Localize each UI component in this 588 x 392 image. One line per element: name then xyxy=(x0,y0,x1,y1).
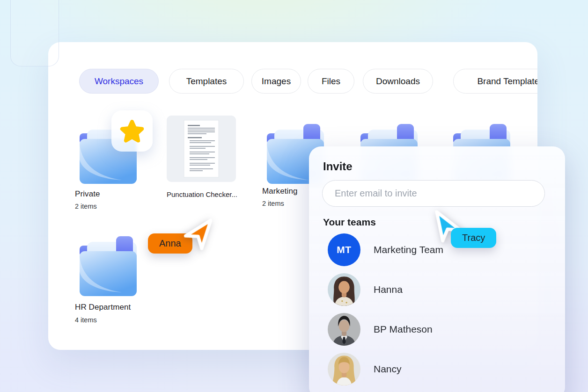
bp-matheson-avatar xyxy=(328,313,360,346)
invite-panel: Invite Your teams MT Marketing Team Hann… xyxy=(309,146,565,392)
avatar-initials: MT xyxy=(337,244,351,255)
tab-bar: Workspaces Templates Images Files Downlo… xyxy=(48,69,537,94)
tab-images[interactable]: Images xyxy=(251,69,301,94)
anna-cursor xyxy=(183,210,219,258)
background-card-outline xyxy=(10,0,59,66)
man-suit-portrait xyxy=(328,313,360,346)
star-icon xyxy=(118,116,147,145)
folder-name: Marketing xyxy=(262,187,298,196)
woman-brunette-portrait xyxy=(328,273,360,306)
tab-files[interactable]: Files xyxy=(308,69,354,94)
document-thumbnail-icon xyxy=(167,116,236,182)
hanna-avatar xyxy=(328,273,360,306)
team-name: Nancy xyxy=(374,353,402,385)
tab-templates[interactable]: Templates xyxy=(169,69,244,94)
team-name: Hanna xyxy=(374,273,403,306)
folder-item-count: 4 items xyxy=(75,316,97,324)
woman-blonde-portrait xyxy=(328,353,360,385)
tab-downloads[interactable]: Downloads xyxy=(363,69,433,94)
team-row-hanna[interactable]: Hanna xyxy=(309,273,565,307)
team-row-nancy[interactable]: Nancy xyxy=(309,353,565,386)
folder-item-count: 2 items xyxy=(262,200,284,207)
your-teams-heading: Your teams xyxy=(323,217,376,228)
invite-panel-title: Invite xyxy=(323,160,353,173)
folder-item-count: 2 items xyxy=(75,203,97,210)
tracy-cursor-label: Tracy xyxy=(451,228,496,248)
folder-name: HR Department xyxy=(75,303,131,312)
favorite-badge xyxy=(111,110,153,152)
tab-workspaces[interactable]: Workspaces xyxy=(79,69,159,94)
marketing-team-avatar: MT xyxy=(328,233,360,266)
nancy-avatar xyxy=(328,353,360,385)
team-name: BP Matheson xyxy=(374,313,433,346)
document-name: Punctuation Checker... xyxy=(167,190,237,198)
folder-name: Private xyxy=(75,189,100,199)
tab-brand-templates[interactable]: Brand Templates xyxy=(453,69,537,94)
team-row-bp-matheson[interactable]: BP Matheson xyxy=(309,313,565,347)
folder-icon xyxy=(75,231,140,296)
